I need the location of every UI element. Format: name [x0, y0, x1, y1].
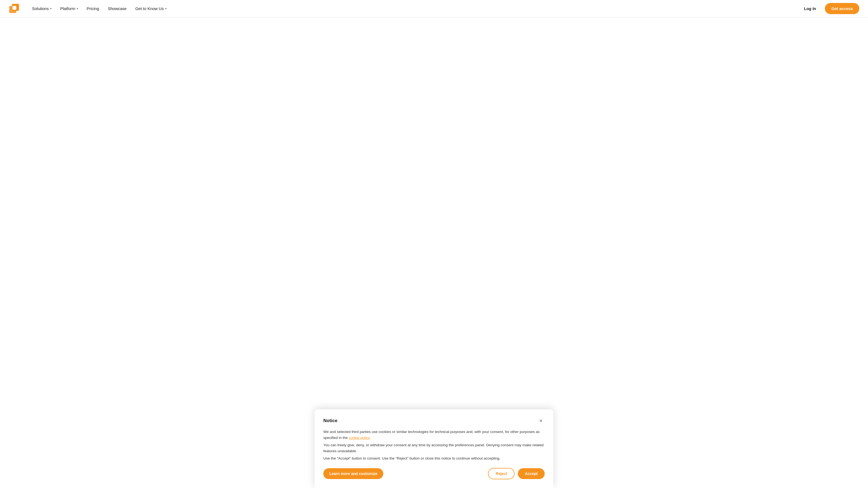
chevron-down-icon: ▾	[50, 7, 52, 10]
nav-item-showcase[interactable]: Showcase	[104, 4, 130, 13]
nav-item-get-to-know-us[interactable]: Get to Know Us ▾	[131, 4, 170, 13]
cookie-policy-link[interactable]: cookie policy	[349, 436, 369, 440]
cookie-close-button[interactable]: ×	[537, 417, 545, 425]
logo-icon	[9, 3, 20, 14]
cookie-body-line3: Use the "Accept" button to consent. Use …	[323, 455, 545, 461]
cookie-notice-body: We and selected third parties use cookie…	[323, 429, 545, 461]
get-access-button[interactable]: Get access	[825, 3, 859, 14]
nav-item-solutions[interactable]: Solutions ▾	[28, 4, 55, 13]
cookie-notice-title: Notice	[323, 418, 337, 423]
nav-label-pricing: Pricing	[87, 6, 99, 11]
chevron-down-icon: ▾	[77, 7, 78, 10]
cookie-body-line2: You can freely give, deny, or withdraw y…	[323, 442, 545, 454]
accept-button[interactable]: Accept	[518, 468, 545, 479]
navbar: Solutions ▾ Platform ▾ Pricing Showcase …	[0, 0, 868, 18]
nav-label-solutions: Solutions	[32, 6, 49, 11]
cookie-right-actions: Reject Accept	[488, 468, 545, 479]
reject-button[interactable]: Reject	[488, 468, 515, 479]
nav-item-pricing[interactable]: Pricing	[83, 4, 103, 13]
logo[interactable]	[9, 3, 20, 14]
login-link[interactable]: Log In	[801, 4, 819, 13]
nav-item-platform[interactable]: Platform ▾	[56, 4, 82, 13]
svg-rect-2	[12, 6, 16, 10]
cookie-notice-header: Notice ×	[323, 417, 545, 425]
nav-label-showcase: Showcase	[108, 6, 126, 11]
nav-label-get-to-know-us: Get to Know Us	[135, 6, 164, 11]
cookie-notice: Notice × We and selected third parties u…	[315, 410, 553, 488]
cookie-notice-actions: Learn more and customize Reject Accept	[323, 468, 545, 479]
navbar-nav: Solutions ▾ Platform ▾ Pricing Showcase …	[28, 4, 801, 13]
chevron-down-icon: ▾	[165, 7, 166, 10]
cookie-body-line1: We and selected third parties use cookie…	[323, 429, 545, 441]
learn-more-button[interactable]: Learn more and customize	[323, 468, 383, 479]
navbar-actions: Log In Get access	[801, 3, 859, 14]
nav-label-platform: Platform	[60, 6, 75, 11]
